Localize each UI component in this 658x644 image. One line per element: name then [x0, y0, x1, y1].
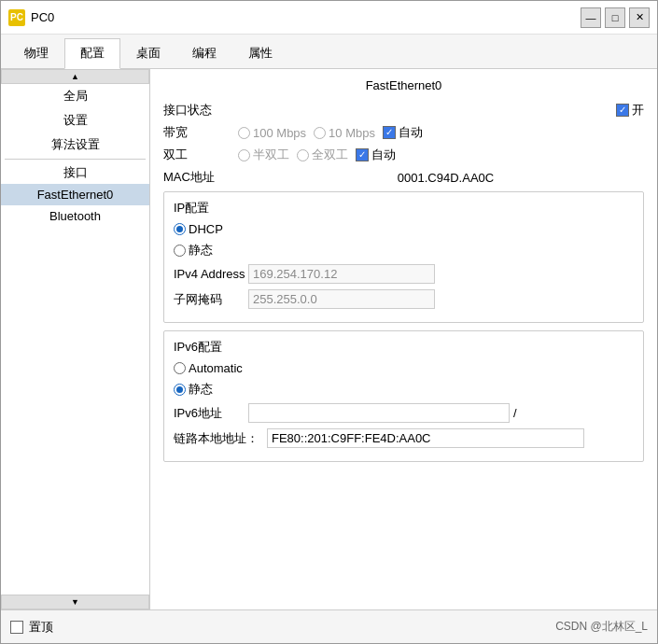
- minimize-button[interactable]: —: [581, 7, 601, 28]
- sidebar-scroll: 全局 设置 算法设置 接口 FastEthernet0 Bluetooth: [1, 84, 149, 595]
- watermark: CSDN @北林区_L: [555, 619, 648, 635]
- sidebar: ▲ 全局 设置 算法设置 接口 FastEthernet0 Bluetooth …: [1, 69, 150, 609]
- duplex-options: 半双工 全双工 自动: [238, 147, 396, 163]
- ipv6-auto-radio[interactable]: [174, 362, 186, 374]
- sidebar-item-interface-header: 接口: [1, 161, 149, 184]
- ipv6-static-radio[interactable]: [174, 384, 186, 396]
- content-area: ▲ 全局 设置 算法设置 接口 FastEthernet0 Bluetooth …: [1, 69, 657, 609]
- sidebar-item-settings[interactable]: 设置: [1, 108, 149, 133]
- bw-auto-wrap: 自动: [383, 124, 423, 141]
- dhcp-row: DHCP: [174, 222, 634, 236]
- sidebar-item-fastethernet0[interactable]: FastEthernet0: [1, 184, 149, 205]
- ipv6-auto-wrap: Automatic: [174, 361, 243, 375]
- app-icon: PC: [8, 9, 25, 26]
- bw-100-radio[interactable]: [238, 127, 250, 139]
- sidebar-item-algo[interactable]: 算法设置: [1, 133, 149, 157]
- subnet-input[interactable]: [248, 289, 435, 309]
- mac-row: MAC地址 0001.C94D.AA0C: [163, 169, 644, 186]
- ipv6-auto-row: Automatic: [174, 361, 634, 375]
- ipv6-config-section: IPv6配置 Automatic 静态 IPv6地址: [163, 330, 644, 462]
- title-left: PC PC0: [8, 9, 54, 26]
- duplex-auto-checkbox[interactable]: [356, 148, 369, 161]
- scroll-down-button[interactable]: ▼: [1, 595, 149, 609]
- sidebar-item-bluetooth[interactable]: Bluetooth: [1, 205, 149, 227]
- static-wrap: 静态: [174, 242, 213, 259]
- duplex-auto-label: 自动: [371, 147, 396, 163]
- ipv6-static-wrap: 静态: [174, 381, 213, 398]
- static-label: 静态: [189, 242, 213, 259]
- reset-checkbox[interactable]: [10, 621, 23, 634]
- window-title: PC0: [31, 10, 54, 24]
- half-duplex-wrap: 半双工: [238, 147, 289, 163]
- dhcp-radio[interactable]: [174, 223, 186, 235]
- bottom-left: 置顶: [10, 619, 53, 636]
- bandwidth-options: 100 Mbps 10 Mbps 自动: [238, 124, 423, 141]
- interface-status-row: 接口状态 开: [163, 102, 644, 119]
- status-checkbox-wrap: 开: [616, 102, 644, 119]
- ipv6-addr-row: IPv6地址 /: [174, 403, 634, 423]
- half-duplex-radio[interactable]: [238, 149, 250, 161]
- tab-props[interactable]: 属性: [232, 38, 288, 68]
- bw-auto-label: 自动: [399, 124, 423, 141]
- dhcp-label: DHCP: [189, 222, 223, 236]
- tab-config[interactable]: 配置: [64, 38, 120, 69]
- title-bar: PC PC0 — □ ✕: [1, 1, 657, 35]
- status-checkbox-label: 开: [632, 102, 644, 119]
- ipv6-input[interactable]: [248, 403, 510, 423]
- title-controls: — □ ✕: [581, 7, 650, 28]
- interface-status-label: 接口状态: [163, 102, 238, 119]
- link-local-value: FE80::201:C9FF:FE4D:AA0C: [267, 428, 584, 448]
- ip-config-section: IP配置 DHCP 静态 IPv4 Address: [163, 191, 644, 323]
- ipv4-label: IPv4 Address: [174, 267, 248, 281]
- bw-10-radio[interactable]: [314, 127, 326, 139]
- ipv4-row: IPv4 Address: [174, 264, 634, 284]
- ipv6-config-title: IPv6配置: [174, 339, 634, 356]
- tab-desktop[interactable]: 桌面: [120, 38, 176, 68]
- static-radio[interactable]: [174, 245, 186, 257]
- half-duplex-label: 半双工: [253, 147, 289, 163]
- scroll-up-button[interactable]: ▲: [1, 69, 149, 84]
- duplex-label: 双工: [163, 147, 238, 163]
- ipv6-static-label: 静态: [189, 381, 213, 398]
- mac-value: 0001.C94D.AA0C: [398, 171, 494, 185]
- link-local-label: 链路本地地址：: [174, 430, 267, 447]
- ip-config-title: IP配置: [174, 200, 634, 217]
- bandwidth-row: 带宽 100 Mbps 10 Mbps 自动: [163, 124, 644, 141]
- panel-title: FastEthernet0: [163, 78, 644, 92]
- sidebar-item-all[interactable]: 全局: [1, 84, 149, 108]
- link-local-row: 链路本地地址： FE80::201:C9FF:FE4D:AA0C: [174, 428, 634, 448]
- main-panel: FastEthernet0 接口状态 开 带宽 100 Mbps: [150, 69, 657, 609]
- bw-100-label: 100 Mbps: [253, 126, 306, 140]
- ipv6-auto-label: Automatic: [189, 361, 243, 375]
- tab-bar: 物理 配置 桌面 编程 属性: [1, 35, 657, 69]
- bw-10-label: 10 Mbps: [329, 126, 375, 140]
- ipv4-input[interactable]: [248, 264, 435, 284]
- duplex-auto-wrap: 自动: [356, 147, 396, 163]
- full-duplex-radio[interactable]: [297, 149, 309, 161]
- duplex-row: 双工 半双工 全双工 自动: [163, 147, 644, 163]
- full-duplex-label: 全双工: [312, 147, 348, 163]
- subnet-label: 子网掩码: [174, 291, 248, 308]
- mac-label: MAC地址: [163, 169, 238, 186]
- ipv6-static-row: 静态: [174, 381, 634, 398]
- reset-label: 置顶: [29, 619, 53, 636]
- status-checkbox[interactable]: [616, 104, 629, 117]
- ipv6-addr-label: IPv6地址: [174, 405, 248, 422]
- bw-auto-checkbox[interactable]: [383, 126, 396, 139]
- window: PC PC0 — □ ✕ 物理 配置 桌面 编程 属性 ▲ 全局 设置 算法设置…: [0, 0, 658, 644]
- close-button[interactable]: ✕: [629, 7, 650, 28]
- ipv6-slash: /: [513, 406, 517, 420]
- bw-100-wrap: 100 Mbps: [238, 126, 306, 140]
- sidebar-divider: [5, 159, 146, 160]
- bw-10-wrap: 10 Mbps: [314, 126, 375, 140]
- full-duplex-wrap: 全双工: [297, 147, 348, 163]
- bottom-bar: 置顶 CSDN @北林区_L: [1, 609, 657, 643]
- subnet-row: 子网掩码: [174, 289, 634, 309]
- tab-program[interactable]: 编程: [176, 38, 232, 68]
- tab-physics[interactable]: 物理: [8, 38, 64, 68]
- static-row: 静态: [174, 242, 634, 259]
- dhcp-wrap: DHCP: [174, 222, 223, 236]
- maximize-button[interactable]: □: [605, 7, 625, 28]
- bandwidth-label: 带宽: [163, 124, 238, 141]
